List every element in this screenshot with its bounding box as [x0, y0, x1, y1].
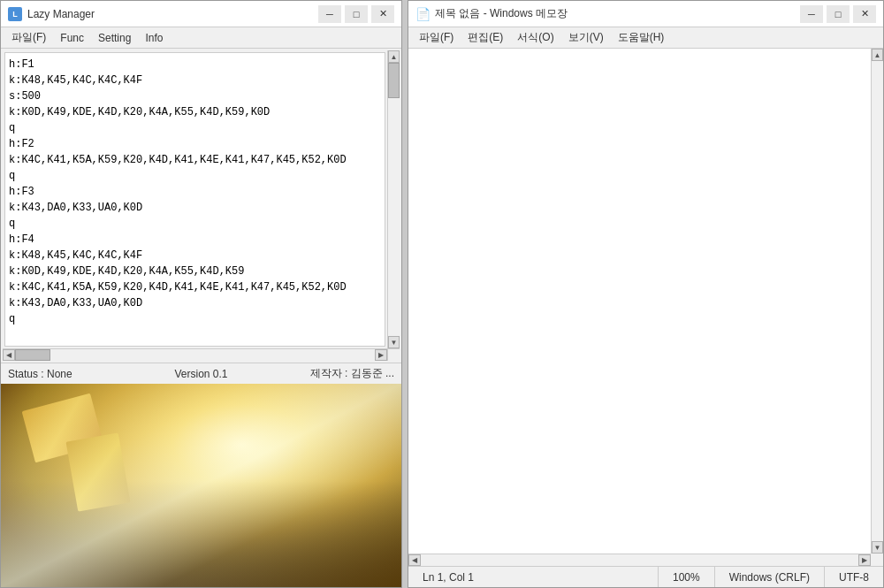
notepad-scrollbar-corner [871, 554, 883, 566]
notepad-content-area: ▲ ▼ ◀ ▶ [408, 49, 883, 566]
notepad-zoom: 100% [659, 567, 715, 587]
notepad-hscroll-track[interactable] [421, 554, 858, 566]
menu-item-info[interactable]: Info [138, 30, 170, 46]
h-scrollbar[interactable]: ◀ ▶ [3, 348, 387, 361]
notepad-window: 📄 제목 없음 - Windows 메모장 ─ □ ✕ 파일(F) 편집(E) … [408, 0, 884, 588]
scrollbar-corner [387, 348, 400, 361]
lazy-manager-icon: L [8, 7, 22, 21]
restore-button[interactable]: □ [345, 5, 368, 23]
notepad-icon: 📄 [415, 7, 430, 21]
notepad-v-scrollbar[interactable]: ▲ ▼ [871, 49, 883, 554]
notepad-cursor-pos: Ln 1, Col 1 [408, 567, 659, 587]
notepad-h-scrollbar[interactable]: ◀ ▶ [408, 554, 871, 566]
lazy-manager-window: L Lazy Manager ─ □ ✕ 파일(F) Func Setting … [0, 0, 402, 588]
editor-container: h:F1 k:K48,K45,K4C,K4C,K4F s:500 k:K0D,K… [3, 50, 400, 361]
scroll-left-arrow[interactable]: ◀ [3, 349, 15, 361]
background-image [1, 384, 401, 587]
notepad-textarea[interactable] [408, 49, 871, 554]
scroll-thumb-h[interactable] [15, 349, 50, 361]
notepad-menu-bar: 파일(F) 편집(E) 서식(O) 보기(V) 도움말(H) [408, 27, 883, 49]
notepad-scroll-down[interactable]: ▼ [872, 541, 883, 554]
title-bar-buttons: ─ □ ✕ [318, 5, 394, 23]
status-label: Status : None [8, 368, 137, 380]
notepad-menu-file[interactable]: 파일(F) [412, 28, 461, 47]
lazy-manager-content: h:F1 k:K48,K45,K4C,K4C,K4F s:500 k:K0D,K… [1, 49, 401, 363]
lazy-manager-title-bar: L Lazy Manager ─ □ ✕ [1, 1, 401, 27]
notepad-hscroll-inner: ◀ ▶ [408, 554, 871, 566]
scroll-track-h[interactable] [15, 349, 375, 361]
image-tint [1, 384, 401, 587]
notepad-title: 제목 없음 - Windows 메모장 [435, 6, 800, 21]
script-editor[interactable]: h:F1 k:K48,K45,K4C,K4C,K4F s:500 k:K0D,K… [4, 52, 385, 347]
author-label: 제작자 : 김동준 ... [265, 366, 394, 381]
lazy-manager-title: Lazy Manager [27, 8, 318, 20]
notepad-close-button[interactable]: ✕ [853, 5, 876, 23]
lazy-manager-status-bar: Status : None Version 0.1 제작자 : 김동준 ... [1, 363, 401, 384]
scroll-thumb-v[interactable] [388, 63, 400, 98]
notepad-scroll-track-v[interactable] [872, 61, 883, 541]
notepad-menu-help[interactable]: 도움말(H) [611, 28, 672, 47]
notepad-menu-view[interactable]: 보기(V) [561, 28, 611, 47]
notepad-scroll-right[interactable]: ▶ [858, 554, 871, 566]
notepad-scroll-left[interactable]: ◀ [408, 554, 421, 566]
scroll-right-arrow[interactable]: ▶ [375, 349, 387, 361]
notepad-restore-button[interactable]: □ [827, 5, 850, 23]
notepad-scroll-up[interactable]: ▲ [872, 49, 883, 61]
close-button[interactable]: ✕ [371, 5, 394, 23]
menu-item-file[interactable]: 파일(F) [4, 28, 53, 47]
scroll-track-v[interactable] [388, 63, 400, 336]
scroll-down-arrow[interactable]: ▼ [388, 336, 400, 348]
notepad-title-bar: 📄 제목 없음 - Windows 메모장 ─ □ ✕ [408, 1, 883, 27]
lazy-manager-menu-bar: 파일(F) Func Setting Info [1, 27, 401, 49]
minimize-button[interactable]: ─ [318, 5, 341, 23]
menu-item-func[interactable]: Func [53, 30, 91, 46]
notepad-line-ending: Windows (CRLF) [715, 567, 825, 587]
v-scrollbar[interactable]: ▲ ▼ [387, 50, 400, 348]
notepad-menu-format[interactable]: 서식(O) [510, 28, 560, 47]
version-label: Version 0.1 [137, 368, 266, 380]
notepad-status-bar: Ln 1, Col 1 100% Windows (CRLF) UTF-8 [408, 566, 883, 587]
notepad-encoding: UTF-8 [825, 567, 883, 587]
scroll-up-arrow[interactable]: ▲ [388, 50, 400, 63]
image-inner [1, 384, 401, 587]
menu-item-setting[interactable]: Setting [91, 30, 138, 46]
notepad-minimize-button[interactable]: ─ [800, 5, 823, 23]
notepad-title-buttons: ─ □ ✕ [800, 5, 876, 23]
notepad-menu-edit[interactable]: 편집(E) [461, 28, 510, 47]
